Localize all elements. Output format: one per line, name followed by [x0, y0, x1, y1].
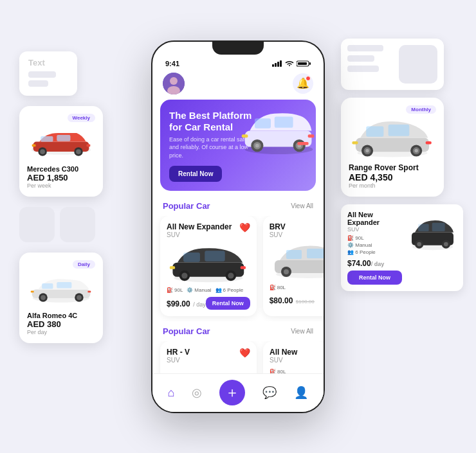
expander-right-price: $74.00/ day	[347, 259, 402, 268]
car-card-brv[interactable]: BRV SUV	[263, 216, 324, 316]
svg-rect-3	[57, 135, 70, 141]
svg-rect-12	[42, 283, 53, 289]
svg-rect-69	[366, 126, 383, 136]
svg-rect-32	[255, 118, 271, 128]
svg-rect-21	[275, 63, 277, 67]
svg-point-17	[77, 295, 82, 300]
popular-car-title-2: Popular Car	[163, 326, 210, 336]
brv-price: $80.00 $100.00	[270, 294, 324, 306]
notification-bell[interactable]: 🔔	[293, 73, 313, 94]
alfa-badge: Daily	[73, 260, 95, 269]
expander-right-fuel: ⛽ 90L	[347, 235, 402, 241]
phone-shell: 9:41	[151, 40, 325, 413]
range-rover-badge: Monthly	[406, 105, 436, 114]
nav-home[interactable]: ⌂	[168, 386, 175, 400]
range-rover-image	[349, 118, 436, 159]
svg-point-28	[170, 77, 178, 85]
expander-right-type: SUV	[347, 226, 402, 233]
nav-chat[interactable]: 💬	[262, 386, 277, 400]
brv-type: SUV	[270, 231, 324, 238]
alfa-unit: Per day	[27, 329, 95, 335]
svg-rect-2	[41, 136, 53, 142]
expander-right-name: All New Expander	[347, 211, 402, 226]
allnew-type: SUV	[270, 357, 321, 364]
placeholder-boxes	[19, 207, 103, 242]
avatar-image	[163, 73, 185, 94]
scroll-area[interactable]: 🔔 The Best Platform for Car Rental Ease …	[152, 70, 324, 402]
expander-right-rent-button[interactable]: Rental Now	[347, 271, 402, 285]
svg-rect-46	[205, 251, 224, 262]
svg-rect-23	[280, 60, 282, 67]
hero-banner: The Best Platform for Car Rental Ease of…	[160, 100, 316, 191]
expander-name: All New Expander	[167, 222, 232, 231]
svg-rect-13	[57, 282, 71, 289]
nav-profile[interactable]: 👤	[294, 386, 308, 400]
expander-transmission: ⚙️ Manual	[187, 287, 211, 293]
svg-rect-82	[432, 223, 445, 231]
view-all-2[interactable]: View All	[291, 328, 313, 335]
svg-rect-19	[87, 290, 91, 292]
brv-specs: ⛽ 80L	[270, 285, 324, 290]
skeleton-card	[341, 39, 444, 90]
popular-car-section-1: Popular Car View All	[152, 199, 324, 216]
range-rover-price: AED 4,350	[349, 172, 436, 182]
left-floating-cards: Text Weekly Mercedes C300 AED 1,850 Per …	[19, 51, 103, 343]
hrv-name: HR - V	[167, 348, 190, 357]
car-card-expander[interactable]: All New Expander SUV ❤️	[160, 216, 257, 316]
expander-heart-icon[interactable]: ❤️	[239, 222, 250, 233]
svg-point-86	[444, 242, 448, 247]
text-card-label: Text	[28, 58, 68, 67]
brv-fuel: ⛽ 80L	[270, 285, 286, 290]
mercedes-price: AED 1,850	[27, 173, 95, 182]
battery-icon	[297, 60, 311, 67]
skeleton-box	[399, 45, 437, 84]
expander-rent-button[interactable]: Rental Now	[206, 297, 250, 310]
hrv-type: SUV	[167, 357, 190, 364]
svg-rect-77	[352, 141, 358, 145]
mercedes-card: Weekly Mercedes C300 AED 1,850 Per week	[19, 106, 103, 197]
svg-rect-52	[241, 267, 246, 270]
brv-car-svg	[270, 242, 324, 281]
svg-rect-25	[298, 62, 307, 65]
status-bar: 9:41	[152, 55, 324, 70]
home-icon: ⌂	[168, 386, 175, 400]
rental-now-button[interactable]: Rental Now	[169, 166, 222, 182]
text-placeholder-card: Text	[19, 51, 77, 96]
svg-point-73	[365, 149, 369, 152]
expander-unit: / day	[193, 301, 206, 308]
svg-point-48	[181, 273, 187, 279]
expander-seats: 👥 6 People	[215, 287, 244, 293]
svg-rect-70	[389, 125, 410, 136]
bottom-nav: ⌂ ◎ ＋ 💬 👤	[152, 373, 324, 412]
svg-rect-8	[32, 144, 36, 147]
expander-right-seats: 👥 6 People	[347, 249, 402, 255]
alfa-price: AED 380	[27, 319, 95, 329]
expander-right-trans: ⚙️ Manual	[347, 242, 402, 248]
range-rover-name: Range Rover Sport	[349, 163, 436, 172]
hrv-heart-icon[interactable]: ❤️	[239, 348, 250, 366]
nav-explore[interactable]: ◎	[192, 386, 202, 400]
svg-rect-33	[275, 116, 293, 127]
svg-point-5	[40, 149, 45, 154]
chat-icon: 💬	[262, 386, 277, 400]
nav-add-button[interactable]: ＋	[219, 380, 245, 405]
popular-car-title-1: Popular Car	[163, 201, 210, 211]
svg-rect-56	[307, 249, 324, 258]
header-row: 🔔	[152, 70, 324, 100]
expander-specs: ⛽ 90L ⚙️ Manual 👥 6 People	[167, 287, 250, 293]
allnew-name: All New	[270, 348, 321, 357]
svg-point-15	[41, 295, 46, 300]
svg-point-58	[284, 269, 289, 274]
status-icons	[272, 60, 311, 67]
hero-car-area	[239, 105, 316, 159]
view-all-1[interactable]: View All	[291, 202, 313, 209]
svg-rect-18	[31, 290, 34, 292]
wifi-icon	[285, 60, 294, 67]
skeleton-lines	[347, 45, 392, 84]
expander-price-row: $99.00 / day Rental Now	[167, 297, 250, 310]
popular-car-section-2: Popular Car View All	[152, 324, 324, 341]
mercedes-unit: Per week	[27, 182, 95, 189]
status-time: 9:41	[165, 60, 179, 67]
svg-point-84	[417, 242, 421, 247]
notification-dot	[306, 76, 311, 81]
